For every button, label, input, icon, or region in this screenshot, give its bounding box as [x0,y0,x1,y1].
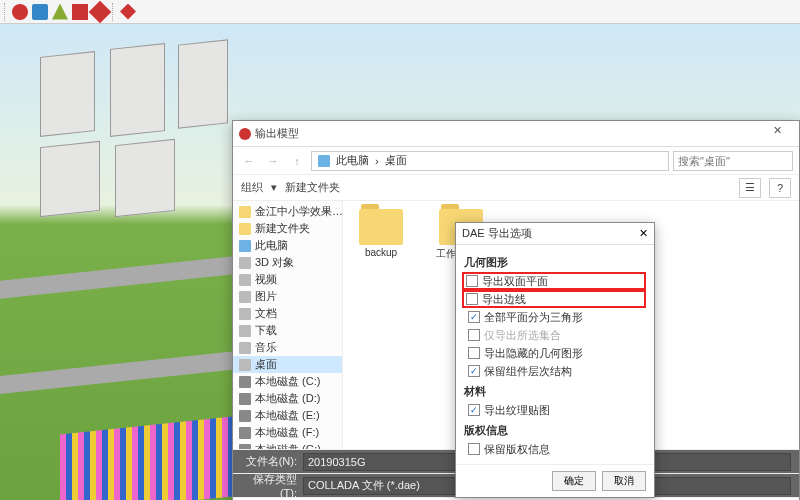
new-folder-button[interactable]: 新建文件夹 [285,180,340,195]
options-buttons: 确定 取消 [456,464,654,497]
checkbox[interactable]: ✓ [468,365,480,377]
box-icon [239,291,251,303]
toolbar-separator [4,3,8,21]
tree-item-label: 此电脑 [255,238,288,253]
box-icon [239,308,251,320]
box-icon [239,325,251,337]
tree-item-label: 文档 [255,306,277,321]
tree-item-label: 桌面 [255,357,277,372]
tree-item[interactable]: 桌面 [233,356,342,373]
tree-item[interactable]: 下载 [233,322,342,339]
drive-icon [239,393,251,405]
drive-icon [239,427,251,439]
checkbox[interactable] [466,275,478,287]
breadcrumb[interactable]: 此电脑 › 桌面 [311,151,669,171]
checkbox-label: 仅导出所选集合 [484,328,561,343]
box-icon [239,342,251,354]
tree-item-label: 本地磁盘 (D:) [255,391,320,406]
checkbox-row: 仅导出所选集合 [464,326,646,344]
drive-icon [239,410,251,422]
group-heading: 几何图形 [464,255,646,270]
tree-item-label: 本地磁盘 (E:) [255,408,320,423]
tool-icon-2[interactable] [32,4,48,20]
tree-item-label: 本地磁盘 (G:) [255,442,321,449]
tree-item-label: 视频 [255,272,277,287]
tool-icon-1[interactable] [12,4,28,20]
file-item[interactable]: backup [351,209,411,258]
dialog-toolbar: 组织 ▾ 新建文件夹 ☰ ? [233,175,799,201]
drive-icon [239,376,251,388]
folder-icon [239,223,251,235]
cancel-button[interactable]: 取消 [602,471,646,491]
box-icon [239,257,251,269]
group-heading: 材料 [464,384,646,399]
checkbox[interactable] [468,443,480,455]
checkbox-label: 保留组件层次结构 [484,364,572,379]
tree-item[interactable]: 本地磁盘 (D:) [233,390,342,407]
options-titlebar[interactable]: DAE 导出选项 ✕ [456,223,654,245]
tree-item[interactable]: 新建文件夹 [233,220,342,237]
tree-item-label: 金江中小学效果… [255,204,343,219]
tree-item[interactable]: 本地磁盘 (G:) [233,441,342,449]
tree-item[interactable]: 图片 [233,288,342,305]
app-icon [239,128,251,140]
chevron-down-icon[interactable]: ▾ [271,181,277,194]
folder-icon [239,206,251,218]
tree-item-label: 本地磁盘 (F:) [255,425,319,440]
up-icon[interactable]: ↑ [287,151,307,171]
search-input[interactable] [673,151,793,171]
checkbox[interactable] [466,293,478,305]
tree-item[interactable]: 本地磁盘 (F:) [233,424,342,441]
group-heading: 版权信息 [464,423,646,438]
crumb-seg[interactable]: 此电脑 [336,153,369,168]
view-mode-button[interactable]: ☰ [739,178,761,198]
tool-icon-6[interactable] [120,4,136,20]
ok-button[interactable]: 确定 [552,471,596,491]
close-icon[interactable]: ✕ [761,124,793,144]
folder-icon [359,209,403,245]
tool-icon-4[interactable] [72,4,88,20]
checkbox-row[interactable]: ✓导出纹理贴图 [464,401,646,419]
checkbox-row[interactable]: 保留版权信息 [464,440,646,458]
nav-row: ← → ↑ 此电脑 › 桌面 [233,147,799,175]
checkbox-row[interactable]: 导出隐藏的几何图形 [464,344,646,362]
tree-item[interactable]: 文档 [233,305,342,322]
crumb-seg[interactable]: 桌面 [385,153,407,168]
checkbox[interactable] [468,347,480,359]
tree-item[interactable]: 本地磁盘 (C:) [233,373,342,390]
dialog-titlebar[interactable]: 输出模型 ✕ [233,121,799,147]
tree-item[interactable]: 本地磁盘 (E:) [233,407,342,424]
checkbox-label: 全部平面分为三角形 [484,310,583,325]
filetype-label: 保存类型(T): [241,472,297,499]
checkbox-row[interactable]: 导出双面平面 [462,272,646,290]
organize-button[interactable]: 组织 [241,180,263,195]
tree-item[interactable]: 3D 对象 [233,254,342,271]
tree-item[interactable]: 音乐 [233,339,342,356]
tool-icon-5[interactable] [89,0,112,23]
file-label: backup [365,247,397,258]
tree-item[interactable]: 金江中小学效果… [233,203,342,220]
checkbox[interactable]: ✓ [468,404,480,416]
tree-item-label: 3D 对象 [255,255,294,270]
tool-icon-3[interactable] [52,4,68,20]
checkbox-row[interactable]: 导出边线 [462,290,646,308]
folder-tree[interactable]: 金江中小学效果…新建文件夹此电脑3D 对象视频图片文档下载音乐桌面本地磁盘 (C… [233,201,343,449]
checkbox-row[interactable]: ✓保留组件层次结构 [464,362,646,380]
tree-item-label: 图片 [255,289,277,304]
tree-item[interactable]: 此电脑 [233,237,342,254]
back-icon[interactable]: ← [239,151,259,171]
crumb-sep: › [375,155,379,167]
tree-item-label: 本地磁盘 (C:) [255,374,320,389]
checkbox-label: 导出双面平面 [482,274,548,289]
app-toolbar [0,0,800,24]
checkbox-label: 保留版权信息 [484,442,550,457]
forward-icon[interactable]: → [263,151,283,171]
checkbox-row[interactable]: ✓全部平面分为三角形 [464,308,646,326]
checkbox[interactable]: ✓ [468,311,480,323]
checkbox-label: 导出纹理贴图 [484,403,550,418]
checkbox [468,329,480,341]
help-icon[interactable]: ? [769,178,791,198]
tree-item[interactable]: 视频 [233,271,342,288]
pc-icon [318,155,330,167]
close-icon[interactable]: ✕ [639,227,648,240]
